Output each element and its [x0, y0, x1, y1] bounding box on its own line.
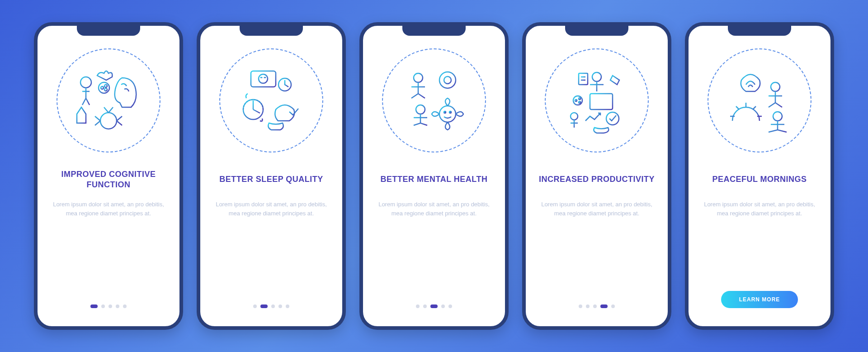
svg-point-5	[100, 113, 117, 129]
svg-point-4	[104, 88, 107, 91]
svg-point-11	[439, 72, 456, 88]
dot-2[interactable]	[101, 304, 105, 308]
screen-title: INCREASED PRODUCTIVITY	[539, 168, 655, 191]
screen-title: BETTER MENTAL HEALTH	[381, 168, 488, 191]
sleep-icon	[226, 55, 316, 146]
dot-3[interactable]	[430, 304, 438, 308]
dot-2[interactable]	[260, 304, 268, 308]
svg-point-3	[104, 85, 107, 87]
dot-4[interactable]	[116, 304, 119, 308]
svg-point-13	[416, 105, 425, 114]
svg-point-22	[579, 98, 580, 100]
svg-point-24	[571, 113, 578, 120]
screen-description: Lorem ipsum dolor sit amet, an pro debit…	[535, 200, 659, 218]
screen-title: BETTER SLEEP QUALITY	[219, 168, 323, 191]
screen-description: Lorem ipsum dolor sit amet, an pro debit…	[47, 200, 170, 218]
svg-point-16	[449, 111, 451, 113]
pagination-dots	[416, 304, 452, 308]
svg-point-7	[259, 74, 268, 83]
illustration-mental-health	[380, 46, 488, 155]
phone-notch	[728, 26, 791, 36]
svg-rect-18	[579, 73, 588, 85]
svg-point-25	[606, 112, 619, 125]
svg-point-2	[101, 86, 104, 89]
screen-description: Lorem ipsum dolor sit amet, an pro debit…	[698, 200, 821, 218]
phone-notch	[402, 26, 466, 36]
illustration-peaceful-mornings	[705, 46, 814, 155]
onboarding-screen-5: PEACEFUL MORNINGS Lorem ipsum dolor sit …	[685, 22, 834, 330]
onboarding-screen-3: BETTER MENTAL HEALTH Lorem ipsum dolor s…	[359, 22, 509, 330]
screen-description: Lorem ipsum dolor sit amet, an pro debit…	[372, 200, 496, 218]
mental-health-icon	[389, 55, 479, 146]
svg-point-17	[592, 72, 601, 81]
learn-more-button[interactable]: LEARN MORE	[721, 291, 798, 308]
svg-point-0	[80, 77, 91, 88]
dot-1[interactable]	[579, 304, 582, 308]
dot-2[interactable]	[586, 304, 590, 308]
svg-rect-6	[251, 71, 276, 87]
dot-4[interactable]	[278, 304, 282, 308]
dot-4[interactable]	[600, 304, 608, 308]
phone-notch	[77, 26, 140, 36]
svg-point-21	[575, 100, 577, 101]
dot-5[interactable]	[286, 304, 289, 308]
dot-1[interactable]	[90, 304, 98, 308]
svg-point-12	[444, 76, 451, 84]
screen-title: IMPROVED COGNITIVE FUNCTION	[47, 168, 170, 191]
dot-3[interactable]	[271, 304, 275, 308]
dot-5[interactable]	[448, 304, 452, 308]
svg-point-23	[579, 101, 580, 103]
illustration-productivity	[542, 46, 651, 155]
screen-description: Lorem ipsum dolor sit amet, an pro debit…	[209, 200, 333, 218]
phone-notch	[240, 26, 303, 36]
productivity-icon	[552, 55, 642, 146]
illustration-cognitive	[54, 46, 163, 155]
dot-5[interactable]	[611, 304, 615, 308]
dot-2[interactable]	[423, 304, 427, 308]
peaceful-mornings-icon	[714, 55, 805, 146]
onboarding-screen-1: IMPROVED COGNITIVE FUNCTION Lorem ipsum …	[34, 22, 183, 330]
screen-title: PEACEFUL MORNINGS	[712, 168, 807, 191]
pagination-dots	[579, 304, 615, 308]
svg-point-27	[773, 112, 782, 121]
illustration-sleep	[217, 46, 326, 155]
cognitive-icon	[63, 55, 154, 146]
dot-5[interactable]	[123, 304, 127, 308]
dot-4[interactable]	[441, 304, 445, 308]
onboarding-screen-4: INCREASED PRODUCTIVITY Lorem ipsum dolor…	[522, 22, 671, 330]
svg-point-10	[414, 73, 423, 82]
onboarding-screen-2: BETTER SLEEP QUALITY Lorem ipsum dolor s…	[197, 22, 346, 330]
dot-3[interactable]	[108, 304, 112, 308]
pagination-dots	[90, 304, 127, 308]
dot-1[interactable]	[416, 304, 420, 308]
svg-point-26	[771, 82, 780, 91]
dot-3[interactable]	[593, 304, 597, 308]
svg-point-15	[444, 111, 446, 113]
phone-notch	[565, 26, 628, 36]
dot-1[interactable]	[253, 304, 257, 308]
pagination-dots	[253, 304, 289, 308]
svg-point-14	[439, 106, 456, 122]
